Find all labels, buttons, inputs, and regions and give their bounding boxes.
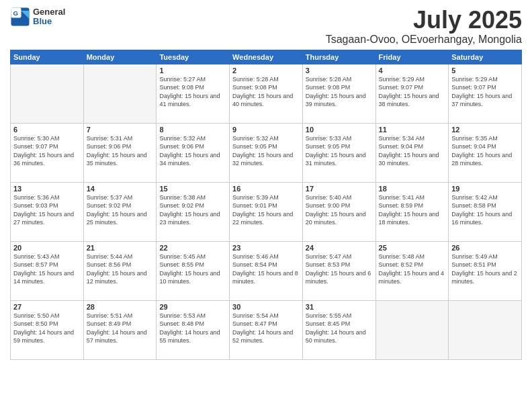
calendar-day-cell: 6Sunrise: 5:30 AM Sunset: 9:07 PM Daylig… (11, 123, 84, 182)
calendar-day-cell: 29Sunrise: 5:53 AM Sunset: 8:48 PM Dayli… (157, 300, 230, 359)
calendar-day-cell: 3Sunrise: 5:28 AM Sunset: 9:08 PM Daylig… (302, 64, 375, 123)
day-info: Sunrise: 5:54 AM Sunset: 8:47 PM Dayligh… (232, 312, 300, 345)
calendar-day-cell: 14Sunrise: 5:37 AM Sunset: 9:02 PM Dayli… (83, 182, 157, 241)
day-number: 5 (451, 66, 519, 75)
calendar-weekday-header: Saturday (449, 50, 522, 64)
calendar-week-row: 6Sunrise: 5:30 AM Sunset: 9:07 PM Daylig… (11, 123, 522, 182)
day-info: Sunrise: 5:27 AM Sunset: 9:08 PM Dayligh… (159, 75, 226, 109)
day-info: Sunrise: 5:44 AM Sunset: 8:56 PM Dayligh… (87, 253, 154, 286)
day-info: Sunrise: 5:32 AM Sunset: 9:06 PM Dayligh… (159, 134, 226, 168)
day-number: 31 (306, 303, 373, 311)
day-number: 22 (159, 244, 226, 252)
day-number: 30 (232, 303, 300, 311)
day-info: Sunrise: 5:29 AM Sunset: 9:07 PM Dayligh… (451, 75, 519, 109)
day-info: Sunrise: 5:28 AM Sunset: 9:08 PM Dayligh… (306, 75, 373, 109)
day-info: Sunrise: 5:45 AM Sunset: 8:55 PM Dayligh… (159, 253, 226, 286)
day-info: Sunrise: 5:49 AM Sunset: 8:51 PM Dayligh… (451, 253, 519, 286)
day-info: Sunrise: 5:55 AM Sunset: 8:45 PM Dayligh… (306, 312, 373, 345)
calendar-table: SundayMondayTuesdayWednesdayThursdayFrid… (10, 50, 522, 360)
day-number: 1 (159, 66, 226, 75)
calendar-week-row: 27Sunrise: 5:50 AM Sunset: 8:50 PM Dayli… (11, 300, 522, 359)
day-number: 12 (451, 126, 519, 134)
day-number: 17 (306, 185, 373, 193)
calendar-weekday-header: Sunday (11, 50, 84, 64)
day-info: Sunrise: 5:40 AM Sunset: 9:00 PM Dayligh… (306, 193, 373, 227)
day-number: 29 (159, 303, 226, 311)
day-number: 6 (13, 126, 81, 134)
calendar-day-cell: 30Sunrise: 5:54 AM Sunset: 8:47 PM Dayli… (230, 300, 303, 359)
page: G General Blue July 2025 Tsagaan-Ovoo, O… (0, 0, 532, 411)
day-number: 3 (306, 66, 373, 75)
calendar-day-cell (449, 300, 522, 359)
day-info: Sunrise: 5:35 AM Sunset: 9:04 PM Dayligh… (451, 134, 519, 168)
calendar-day-cell: 5Sunrise: 5:29 AM Sunset: 9:07 PM Daylig… (449, 64, 522, 123)
calendar-day-cell: 31Sunrise: 5:55 AM Sunset: 8:45 PM Dayli… (302, 300, 375, 359)
day-number: 13 (13, 185, 81, 193)
day-info: Sunrise: 5:36 AM Sunset: 9:03 PM Dayligh… (13, 193, 81, 227)
calendar-day-cell (83, 64, 157, 123)
day-number: 18 (379, 185, 446, 193)
logo-text: General Blue (33, 7, 65, 27)
day-number: 9 (232, 126, 300, 134)
calendar-weekday-header: Wednesday (230, 50, 303, 64)
calendar-weekday-header: Thursday (302, 50, 375, 64)
day-number: 2 (232, 66, 300, 75)
calendar-day-cell: 12Sunrise: 5:35 AM Sunset: 9:04 PM Dayli… (449, 123, 522, 182)
calendar-weekday-header: Friday (375, 50, 449, 64)
day-number: 24 (306, 244, 373, 252)
calendar-weekday-header: Tuesday (157, 50, 230, 64)
calendar-day-cell: 23Sunrise: 5:46 AM Sunset: 8:54 PM Dayli… (230, 241, 303, 300)
calendar-day-cell: 17Sunrise: 5:40 AM Sunset: 9:00 PM Dayli… (302, 182, 375, 241)
calendar-week-row: 20Sunrise: 5:43 AM Sunset: 8:57 PM Dayli… (11, 241, 522, 300)
title-block: July 2025 Tsagaan-Ovoo, OEvoerhangay, Mo… (326, 7, 522, 46)
day-info: Sunrise: 5:39 AM Sunset: 9:01 PM Dayligh… (232, 193, 300, 227)
day-number: 27 (13, 303, 81, 311)
calendar-day-cell: 21Sunrise: 5:44 AM Sunset: 8:56 PM Dayli… (83, 241, 157, 300)
day-info: Sunrise: 5:42 AM Sunset: 8:58 PM Dayligh… (451, 193, 519, 227)
day-info: Sunrise: 5:53 AM Sunset: 8:48 PM Dayligh… (159, 312, 226, 345)
day-info: Sunrise: 5:47 AM Sunset: 8:53 PM Dayligh… (306, 253, 373, 286)
day-number: 19 (451, 185, 519, 193)
calendar-day-cell: 4Sunrise: 5:29 AM Sunset: 9:07 PM Daylig… (375, 64, 449, 123)
calendar-day-cell: 2Sunrise: 5:28 AM Sunset: 9:08 PM Daylig… (230, 64, 303, 123)
calendar-day-cell (11, 64, 84, 123)
logo-line1: General (33, 7, 65, 17)
day-number: 4 (379, 66, 446, 75)
day-info: Sunrise: 5:29 AM Sunset: 9:07 PM Dayligh… (379, 75, 446, 109)
calendar-day-cell: 8Sunrise: 5:32 AM Sunset: 9:06 PM Daylig… (157, 123, 230, 182)
calendar-day-cell: 24Sunrise: 5:47 AM Sunset: 8:53 PM Dayli… (302, 241, 375, 300)
day-number: 11 (379, 126, 446, 134)
day-number: 26 (451, 244, 519, 252)
logo-line2: Blue (33, 17, 65, 26)
calendar-day-cell: 7Sunrise: 5:31 AM Sunset: 9:06 PM Daylig… (83, 123, 157, 182)
day-number: 16 (232, 185, 300, 193)
calendar-title: July 2025 (326, 7, 522, 34)
calendar-day-cell: 20Sunrise: 5:43 AM Sunset: 8:57 PM Dayli… (11, 241, 84, 300)
calendar-weekday-header: Monday (83, 50, 157, 64)
day-number: 14 (87, 185, 154, 193)
day-info: Sunrise: 5:30 AM Sunset: 9:07 PM Dayligh… (13, 134, 81, 168)
calendar-day-cell: 25Sunrise: 5:48 AM Sunset: 8:52 PM Dayli… (375, 241, 449, 300)
logo-icon: G (10, 7, 30, 27)
calendar-day-cell: 9Sunrise: 5:32 AM Sunset: 9:05 PM Daylig… (230, 123, 303, 182)
calendar-day-cell: 19Sunrise: 5:42 AM Sunset: 8:58 PM Dayli… (449, 182, 522, 241)
calendar-header-row: SundayMondayTuesdayWednesdayThursdayFrid… (11, 50, 522, 64)
calendar-subtitle: Tsagaan-Ovoo, OEvoerhangay, Mongolia (326, 34, 522, 46)
day-info: Sunrise: 5:48 AM Sunset: 8:52 PM Dayligh… (379, 253, 446, 286)
day-info: Sunrise: 5:43 AM Sunset: 8:57 PM Dayligh… (13, 253, 81, 286)
day-info: Sunrise: 5:31 AM Sunset: 9:06 PM Dayligh… (87, 134, 154, 168)
calendar-day-cell: 26Sunrise: 5:49 AM Sunset: 8:51 PM Dayli… (449, 241, 522, 300)
day-info: Sunrise: 5:37 AM Sunset: 9:02 PM Dayligh… (87, 193, 154, 227)
calendar-day-cell: 1Sunrise: 5:27 AM Sunset: 9:08 PM Daylig… (157, 64, 230, 123)
calendar-day-cell: 28Sunrise: 5:51 AM Sunset: 8:49 PM Dayli… (83, 300, 157, 359)
day-info: Sunrise: 5:33 AM Sunset: 9:05 PM Dayligh… (306, 134, 373, 168)
calendar-day-cell: 16Sunrise: 5:39 AM Sunset: 9:01 PM Dayli… (230, 182, 303, 241)
day-info: Sunrise: 5:50 AM Sunset: 8:50 PM Dayligh… (13, 312, 81, 345)
day-info: Sunrise: 5:28 AM Sunset: 9:08 PM Dayligh… (232, 75, 300, 109)
day-info: Sunrise: 5:32 AM Sunset: 9:05 PM Dayligh… (232, 134, 300, 168)
calendar-day-cell (375, 300, 449, 359)
calendar-day-cell: 22Sunrise: 5:45 AM Sunset: 8:55 PM Dayli… (157, 241, 230, 300)
day-info: Sunrise: 5:41 AM Sunset: 8:59 PM Dayligh… (379, 193, 446, 227)
calendar-day-cell: 18Sunrise: 5:41 AM Sunset: 8:59 PM Dayli… (375, 182, 449, 241)
calendar-day-cell: 13Sunrise: 5:36 AM Sunset: 9:03 PM Dayli… (11, 182, 84, 241)
